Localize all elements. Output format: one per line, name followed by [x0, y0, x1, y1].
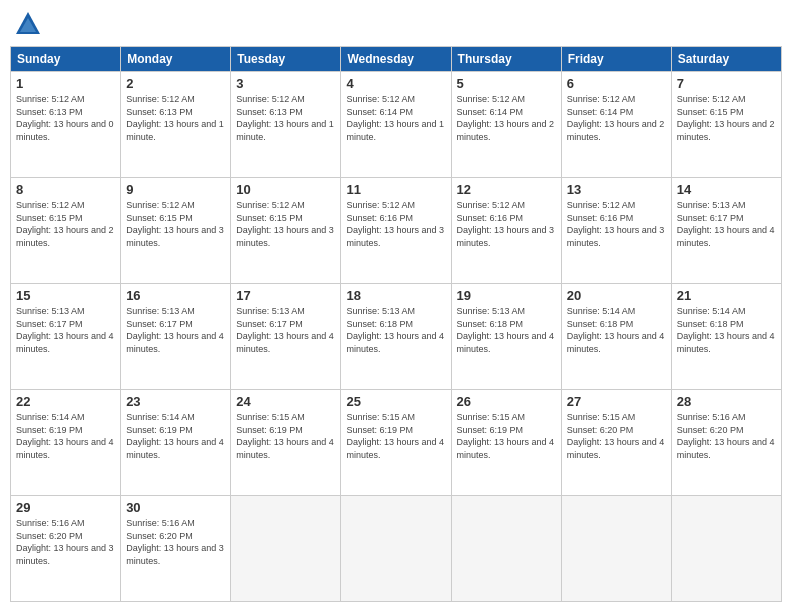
sunset-label: Sunset: 6:18 PM: [346, 319, 413, 329]
sunrise-label: Sunrise: 5:14 AM: [567, 306, 636, 316]
sunrise-label: Sunrise: 5:13 AM: [16, 306, 85, 316]
day-info: Sunrise: 5:13 AM Sunset: 6:17 PM Dayligh…: [126, 305, 225, 355]
day-cell-27: 27 Sunrise: 5:15 AM Sunset: 6:20 PM Dayl…: [561, 390, 671, 496]
day-number: 27: [567, 394, 666, 409]
page: SundayMondayTuesdayWednesdayThursdayFrid…: [0, 0, 792, 612]
daylight-label: Daylight: 13 hours and 3 minutes.: [236, 225, 334, 248]
day-info: Sunrise: 5:15 AM Sunset: 6:19 PM Dayligh…: [346, 411, 445, 461]
day-number: 19: [457, 288, 556, 303]
day-cell-13: 13 Sunrise: 5:12 AM Sunset: 6:16 PM Dayl…: [561, 178, 671, 284]
sunset-label: Sunset: 6:16 PM: [567, 213, 634, 223]
sunrise-label: Sunrise: 5:13 AM: [457, 306, 526, 316]
day-number: 20: [567, 288, 666, 303]
sunset-label: Sunset: 6:14 PM: [567, 107, 634, 117]
day-cell-6: 6 Sunrise: 5:12 AM Sunset: 6:14 PM Dayli…: [561, 72, 671, 178]
day-info: Sunrise: 5:12 AM Sunset: 6:13 PM Dayligh…: [126, 93, 225, 143]
sunset-label: Sunset: 6:14 PM: [346, 107, 413, 117]
daylight-label: Daylight: 13 hours and 4 minutes.: [677, 225, 775, 248]
daylight-label: Daylight: 13 hours and 0 minutes.: [16, 119, 114, 142]
day-cell-29: 29 Sunrise: 5:16 AM Sunset: 6:20 PM Dayl…: [11, 496, 121, 602]
sunset-label: Sunset: 6:19 PM: [457, 425, 524, 435]
day-info: Sunrise: 5:12 AM Sunset: 6:15 PM Dayligh…: [16, 199, 115, 249]
day-number: 7: [677, 76, 776, 91]
sunrise-label: Sunrise: 5:13 AM: [236, 306, 305, 316]
daylight-label: Daylight: 13 hours and 4 minutes.: [457, 331, 555, 354]
sunset-label: Sunset: 6:15 PM: [16, 213, 83, 223]
daylight-label: Daylight: 13 hours and 4 minutes.: [567, 437, 665, 460]
day-cell-19: 19 Sunrise: 5:13 AM Sunset: 6:18 PM Dayl…: [451, 284, 561, 390]
empty-cell: [561, 496, 671, 602]
day-info: Sunrise: 5:12 AM Sunset: 6:16 PM Dayligh…: [567, 199, 666, 249]
day-info: Sunrise: 5:15 AM Sunset: 6:20 PM Dayligh…: [567, 411, 666, 461]
sunset-label: Sunset: 6:18 PM: [567, 319, 634, 329]
weekday-header-thursday: Thursday: [451, 47, 561, 72]
day-number: 28: [677, 394, 776, 409]
daylight-label: Daylight: 13 hours and 4 minutes.: [346, 437, 444, 460]
day-number: 3: [236, 76, 335, 91]
sunrise-label: Sunrise: 5:14 AM: [677, 306, 746, 316]
sunset-label: Sunset: 6:15 PM: [236, 213, 303, 223]
day-cell-15: 15 Sunrise: 5:13 AM Sunset: 6:17 PM Dayl…: [11, 284, 121, 390]
sunrise-label: Sunrise: 5:12 AM: [236, 94, 305, 104]
sunrise-label: Sunrise: 5:16 AM: [16, 518, 85, 528]
week-row-4: 22 Sunrise: 5:14 AM Sunset: 6:19 PM Dayl…: [11, 390, 782, 496]
sunrise-label: Sunrise: 5:12 AM: [346, 200, 415, 210]
sunset-label: Sunset: 6:18 PM: [457, 319, 524, 329]
day-cell-30: 30 Sunrise: 5:16 AM Sunset: 6:20 PM Dayl…: [121, 496, 231, 602]
daylight-label: Daylight: 13 hours and 4 minutes.: [16, 437, 114, 460]
sunrise-label: Sunrise: 5:12 AM: [677, 94, 746, 104]
sunset-label: Sunset: 6:18 PM: [677, 319, 744, 329]
day-number: 15: [16, 288, 115, 303]
sunset-label: Sunset: 6:16 PM: [457, 213, 524, 223]
daylight-label: Daylight: 13 hours and 3 minutes.: [126, 543, 224, 566]
day-number: 21: [677, 288, 776, 303]
sunrise-label: Sunrise: 5:16 AM: [677, 412, 746, 422]
day-number: 6: [567, 76, 666, 91]
day-number: 11: [346, 182, 445, 197]
day-number: 12: [457, 182, 556, 197]
day-number: 9: [126, 182, 225, 197]
daylight-label: Daylight: 13 hours and 2 minutes.: [677, 119, 775, 142]
daylight-label: Daylight: 13 hours and 4 minutes.: [677, 437, 775, 460]
sunset-label: Sunset: 6:13 PM: [16, 107, 83, 117]
daylight-label: Daylight: 13 hours and 3 minutes.: [457, 225, 555, 248]
sunset-label: Sunset: 6:20 PM: [16, 531, 83, 541]
day-info: Sunrise: 5:13 AM Sunset: 6:18 PM Dayligh…: [346, 305, 445, 355]
day-cell-25: 25 Sunrise: 5:15 AM Sunset: 6:19 PM Dayl…: [341, 390, 451, 496]
day-info: Sunrise: 5:12 AM Sunset: 6:14 PM Dayligh…: [567, 93, 666, 143]
empty-cell: [341, 496, 451, 602]
empty-cell: [671, 496, 781, 602]
day-number: 8: [16, 182, 115, 197]
day-number: 5: [457, 76, 556, 91]
day-info: Sunrise: 5:12 AM Sunset: 6:15 PM Dayligh…: [236, 199, 335, 249]
logo: [14, 10, 46, 38]
sunset-label: Sunset: 6:20 PM: [677, 425, 744, 435]
day-info: Sunrise: 5:16 AM Sunset: 6:20 PM Dayligh…: [16, 517, 115, 567]
day-info: Sunrise: 5:13 AM Sunset: 6:17 PM Dayligh…: [16, 305, 115, 355]
week-row-2: 8 Sunrise: 5:12 AM Sunset: 6:15 PM Dayli…: [11, 178, 782, 284]
sunset-label: Sunset: 6:13 PM: [126, 107, 193, 117]
daylight-label: Daylight: 13 hours and 2 minutes.: [16, 225, 114, 248]
day-info: Sunrise: 5:14 AM Sunset: 6:19 PM Dayligh…: [16, 411, 115, 461]
day-info: Sunrise: 5:16 AM Sunset: 6:20 PM Dayligh…: [126, 517, 225, 567]
daylight-label: Daylight: 13 hours and 3 minutes.: [126, 225, 224, 248]
sunrise-label: Sunrise: 5:12 AM: [457, 200, 526, 210]
sunset-label: Sunset: 6:19 PM: [346, 425, 413, 435]
day-cell-3: 3 Sunrise: 5:12 AM Sunset: 6:13 PM Dayli…: [231, 72, 341, 178]
sunrise-label: Sunrise: 5:15 AM: [567, 412, 636, 422]
day-cell-17: 17 Sunrise: 5:13 AM Sunset: 6:17 PM Dayl…: [231, 284, 341, 390]
sunset-label: Sunset: 6:20 PM: [126, 531, 193, 541]
daylight-label: Daylight: 13 hours and 1 minute.: [346, 119, 444, 142]
day-number: 16: [126, 288, 225, 303]
sunset-label: Sunset: 6:15 PM: [677, 107, 744, 117]
sunset-label: Sunset: 6:19 PM: [236, 425, 303, 435]
daylight-label: Daylight: 13 hours and 4 minutes.: [567, 331, 665, 354]
day-info: Sunrise: 5:12 AM Sunset: 6:16 PM Dayligh…: [346, 199, 445, 249]
day-number: 4: [346, 76, 445, 91]
day-cell-14: 14 Sunrise: 5:13 AM Sunset: 6:17 PM Dayl…: [671, 178, 781, 284]
sunrise-label: Sunrise: 5:12 AM: [567, 200, 636, 210]
day-cell-5: 5 Sunrise: 5:12 AM Sunset: 6:14 PM Dayli…: [451, 72, 561, 178]
day-number: 1: [16, 76, 115, 91]
sunrise-label: Sunrise: 5:16 AM: [126, 518, 195, 528]
sunrise-label: Sunrise: 5:12 AM: [126, 200, 195, 210]
